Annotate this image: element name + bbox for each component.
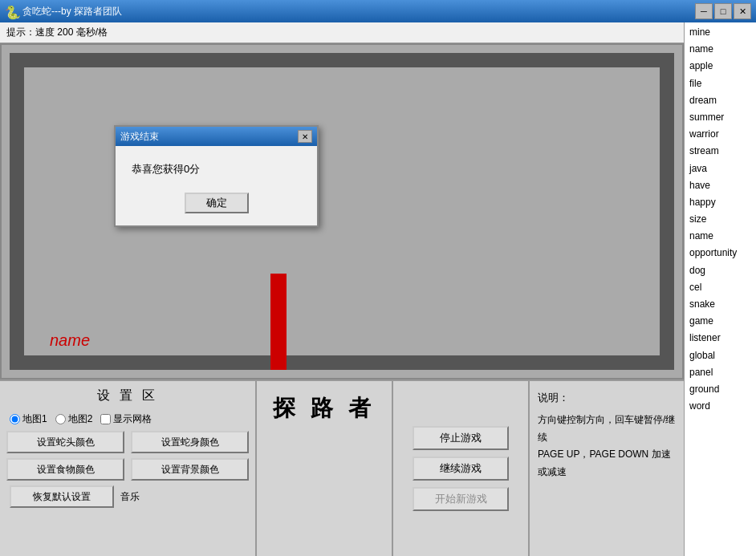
hint-text: 提示：速度 200 毫秒/格	[6, 26, 108, 39]
bottom-panel: 设 置 区 地图1 地图2 显示网格 设置蛇	[0, 379, 684, 556]
dialog-title-bar: 游戏结束 ✕	[116, 127, 317, 146]
word-list-item[interactable]: dog	[688, 262, 753, 279]
word-list-item[interactable]: global	[688, 347, 753, 364]
logo-text: 探 路 者	[273, 393, 376, 424]
music-row: 恢复默认设置 音乐	[6, 485, 249, 508]
map1-radio-label[interactable]: 地图1	[10, 412, 47, 426]
word-list-item[interactable]: summer	[688, 109, 753, 126]
instructions-title: 说明：	[538, 389, 676, 407]
left-panel: 提示：速度 200 毫秒/格 name 游戏结束 ✕ 恭喜您获得	[0, 22, 684, 556]
word-list-item[interactable]: panel	[688, 364, 753, 381]
reset-defaults-button[interactable]: 恢复默认设置	[10, 485, 114, 508]
map2-label: 地图2	[68, 412, 93, 426]
word-list-item[interactable]: warrior	[688, 126, 753, 143]
hint-bar: 提示：速度 200 毫秒/格	[0, 22, 684, 43]
word-list-item[interactable]: dream	[688, 92, 753, 109]
word-list-item[interactable]: name	[688, 41, 753, 58]
map1-radio[interactable]	[10, 414, 20, 424]
main-container: 提示：速度 200 毫秒/格 name 游戏结束 ✕ 恭喜您获得	[0, 22, 756, 556]
word-list-item[interactable]: mine	[688, 24, 753, 41]
word-list-item[interactable]: opportunity	[688, 245, 753, 262]
close-button[interactable]: ✕	[734, 3, 751, 19]
radio-row: 地图1 地图2 显示网格	[6, 412, 249, 426]
dialog-body: 恭喜您获得0分 确定	[116, 146, 317, 225]
word-list-item[interactable]: java	[688, 160, 753, 177]
settings-area: 设 置 区 地图1 地图2 显示网格 设置蛇	[0, 381, 257, 556]
word-list-item[interactable]: word	[688, 398, 753, 415]
game-over-dialog: 游戏结束 ✕ 恭喜您获得0分 确定	[114, 125, 319, 227]
title-bar-text: 贪吃蛇---by 探路者团队	[22, 5, 695, 18]
map1-label: 地图1	[22, 412, 47, 426]
set-food-color-button[interactable]: 设置食物颜色	[6, 458, 124, 481]
maximize-button[interactable]: □	[714, 3, 732, 19]
grid-checkbox-label[interactable]: 显示网格	[100, 412, 152, 426]
instructions-line1: 方向键控制方向，回车键暂停/继续	[538, 412, 676, 446]
instructions-area: 说明： 方向键控制方向，回车键暂停/继续 PAGE UP，PAGE DOWN 加…	[530, 381, 684, 556]
dialog-title: 游戏结束	[120, 130, 159, 144]
word-list[interactable]: minenameapplefiledreamsummerwarriorstrea…	[685, 22, 756, 556]
dialog-ok-button[interactable]: 确定	[185, 193, 249, 213]
title-bar: 🐍 贪吃蛇---by 探路者团队 ─ □ ✕	[0, 0, 756, 22]
word-list-item[interactable]: apple	[688, 58, 753, 75]
word-list-item[interactable]: name	[688, 228, 753, 245]
color-btn-row-2: 设置食物颜色 设置背景颜色	[6, 458, 249, 481]
new-game-button[interactable]: 开始新游戏	[413, 487, 509, 511]
word-list-item[interactable]: happy	[688, 194, 753, 211]
map2-radio[interactable]	[55, 414, 66, 424]
logo-area: 探 路 者	[257, 381, 393, 556]
word-list-item[interactable]: listener	[688, 330, 753, 347]
dialog-close-button[interactable]: ✕	[298, 130, 312, 143]
color-btn-row-1: 设置蛇头颜色 设置蛇身颜色	[6, 431, 249, 453]
set-head-color-button[interactable]: 设置蛇头颜色	[6, 431, 124, 453]
grid-checkbox[interactable]	[100, 414, 111, 424]
dialog-overlay: 游戏结束 ✕ 恭喜您获得0分 确定	[2, 45, 682, 378]
grid-label: 显示网格	[113, 412, 152, 426]
word-list-item[interactable]: stream	[688, 143, 753, 160]
map2-radio-label[interactable]: 地图2	[55, 412, 93, 426]
minimize-button[interactable]: ─	[695, 3, 713, 19]
music-label: 音乐	[120, 490, 140, 504]
title-bar-buttons: ─ □ ✕	[695, 3, 751, 19]
right-sidebar: minenameapplefiledreamsummerwarriorstrea…	[684, 22, 756, 556]
word-list-item[interactable]: size	[688, 211, 753, 228]
word-list-item[interactable]: ground	[688, 381, 753, 398]
settings-title: 设 置 区	[6, 388, 249, 404]
game-area: name 游戏结束 ✕ 恭喜您获得0分 确定	[0, 43, 684, 379]
controls-area: 停止游戏 继续游戏 开始新游戏	[393, 381, 530, 556]
instructions-line2: PAGE UP，PAGE DOWN 加速或减速	[538, 446, 676, 481]
set-bg-color-button[interactable]: 设置背景颜色	[131, 458, 249, 481]
stop-game-button[interactable]: 停止游戏	[413, 426, 509, 450]
dialog-message: 恭喜您获得0分	[132, 162, 301, 177]
word-list-item[interactable]: cel	[688, 279, 753, 296]
word-list-item[interactable]: have	[688, 177, 753, 194]
word-list-item[interactable]: snake	[688, 296, 753, 313]
word-list-item[interactable]: file	[688, 75, 753, 92]
set-body-color-button[interactable]: 设置蛇身颜色	[131, 431, 249, 453]
app-icon: 🐍	[5, 5, 18, 18]
word-list-item[interactable]: game	[688, 313, 753, 330]
continue-game-button[interactable]: 继续游戏	[413, 457, 509, 481]
